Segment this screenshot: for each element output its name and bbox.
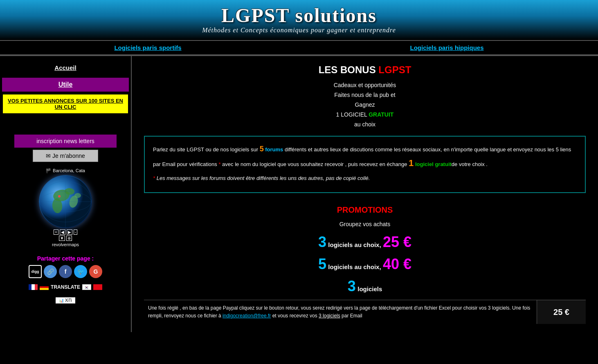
promo-bottom-text: Une fois réglé , en bas de la page Paypa… xyxy=(144,300,537,324)
promo-offer2-text: logiciels au choix, xyxy=(328,263,381,270)
promo-offer2-num: 5 xyxy=(318,256,326,272)
promo-offer1: 3 logiciels au choix, 25 € xyxy=(144,234,586,251)
bonus-title-white: LES BONUS xyxy=(319,64,376,75)
google-icon[interactable]: G xyxy=(89,265,102,278)
promo-offer1-text: logiciels au choix, xyxy=(328,241,381,248)
globe-ctrl-plus[interactable]: + xyxy=(54,229,58,235)
nav-link-sportifs[interactable]: Logiciels paris sportifs xyxy=(114,44,181,51)
social-icons: digg 🔗 f 🐦 G xyxy=(2,265,129,278)
accueil-link-container: Accueil xyxy=(2,60,129,76)
promo-offer1-price: 25 € xyxy=(383,234,411,250)
nav-link-hippiques[interactable]: Logiciels paris hippiques xyxy=(410,44,484,51)
bonus-line5: au choix xyxy=(144,121,586,128)
newsletter-label: inscription news letters xyxy=(14,135,117,148)
bonus-num: 5 xyxy=(260,145,264,153)
digg-icon[interactable]: digg xyxy=(29,265,42,278)
bonus-num2: 1 xyxy=(409,158,414,168)
xiti-badge[interactable]: 📊 XiTi xyxy=(56,297,75,303)
translate-text[interactable]: TRANSLATE xyxy=(51,284,80,290)
globe-ctrl-zoom[interactable]: ⊕ xyxy=(66,236,72,241)
promotions-section: PROMOTIONS Groupez vos achats 3 logiciel… xyxy=(144,205,586,324)
promo-subtitle: Groupez vos achats xyxy=(144,221,586,227)
bonus-box: Parlez du site LGPST ou de nos logiciels… xyxy=(144,136,586,193)
globe-controls[interactable]: + ◀ ▶ - xyxy=(2,229,129,235)
promo-bottom-price: 25 € xyxy=(537,300,586,324)
svg-point-5 xyxy=(74,193,81,198)
flag-kr[interactable]: 🇰🇷 xyxy=(82,284,91,290)
main-content: LES BONUS LGPST Cadeaux et opportunités … xyxy=(132,56,598,332)
globe-widget[interactable] xyxy=(39,175,92,228)
promo-email-link[interactable]: indigocreation@free.fr xyxy=(223,313,271,319)
bonus-p2: * Les messages sur les forums doivent êt… xyxy=(153,174,577,183)
xiti-container: 📊 XiTi xyxy=(2,296,129,303)
promo-offer2: 5 logiciels au choix, 40 € xyxy=(144,256,586,273)
translate-bar: TRANSLATE 🇰🇷 xyxy=(2,284,129,290)
promo-bottom: Une fois réglé , en bas de la page Paypa… xyxy=(144,300,586,324)
revolvermaps-label: revolvermaps xyxy=(2,242,129,247)
annonces-button[interactable]: VOS PETITES ANNONCES SUR 100 SITES EN UN… xyxy=(2,94,129,114)
bonus-gratuit2: logiciel gratuit xyxy=(415,161,452,167)
globe-ctrl-right[interactable]: ▶ xyxy=(67,229,72,235)
globe-ctrl-minus[interactable]: - xyxy=(74,229,77,235)
main-layout: Accueil Utile VOS PETITES ANNONCES SUR 1… xyxy=(0,55,598,332)
globe-ctrl-down[interactable]: ▼ xyxy=(59,236,65,241)
bonus-gratuit-text: GRATUIT xyxy=(369,111,393,118)
flag-de[interactable] xyxy=(40,284,49,290)
site-subtitle: Méthodes et Concepts économiques pour ga… xyxy=(8,27,590,34)
bonus-email-pre: avec le nom du logiciel que vous souhait… xyxy=(220,161,407,167)
utile-button[interactable]: Utile xyxy=(2,78,129,92)
promo-offer3: 3 logiciels xyxy=(144,278,586,295)
promo-offer3-text: logiciels xyxy=(357,285,382,292)
bonus-line1: Cadeaux et opportunités xyxy=(144,82,586,88)
sidebar: Accueil Utile VOS PETITES ANNONCES SUR 1… xyxy=(0,56,132,332)
flag-tr[interactable] xyxy=(93,284,102,290)
flag-fr[interactable] xyxy=(29,284,38,290)
bonus-title-red: LGPST xyxy=(378,64,411,75)
share-section: Partager cette page : digg 🔗 f 🐦 G xyxy=(2,255,129,278)
bonus-p1-end: de votre choix . xyxy=(452,161,488,167)
promo-offer1-num: 3 xyxy=(318,234,326,250)
bonus-line3: Gagnez xyxy=(144,101,586,108)
bonus-logiciel-text: 1 LOGICIEL xyxy=(336,111,367,118)
twitter-icon[interactable]: 🐦 xyxy=(74,265,87,278)
globe-location: Barcelona, Cata xyxy=(53,168,85,173)
promo-offer3-num: 3 xyxy=(348,278,356,294)
share-icon[interactable]: 🔗 xyxy=(44,265,57,278)
bonus-title: LES BONUS LGPST xyxy=(144,64,586,76)
bonus-p1: Parlez du site LGPST ou de nos logiciels… xyxy=(153,143,577,171)
facebook-icon[interactable]: f xyxy=(59,265,72,278)
subscribe-button[interactable]: ✉ Je m'abonne xyxy=(33,150,98,162)
site-title: LGPST solutions xyxy=(8,4,590,27)
promo-title: PROMOTIONS xyxy=(144,205,586,215)
bonus-line4: 1 LOGICIEL GRATUIT xyxy=(144,111,586,118)
globe-container: 🏴 Barcelona, Cata xyxy=(2,168,129,247)
globe-ctrl-left[interactable]: ◀ xyxy=(60,229,65,235)
share-title: Partager cette page : xyxy=(2,255,129,262)
bonus-forums: forums xyxy=(265,146,283,153)
site-header: LGPST solutions Méthodes et Concepts éco… xyxy=(0,0,598,40)
bonus-p2-text: Les messages sur les forums doivent être… xyxy=(155,175,370,181)
bonus-line2: Faites nous de la pub et xyxy=(144,92,586,98)
svg-point-10 xyxy=(58,195,61,198)
navbar: Logiciels paris sportifs Logiciels paris… xyxy=(0,40,598,55)
accueil-link[interactable]: Accueil xyxy=(54,64,76,71)
promo-offer2-price: 40 € xyxy=(383,256,411,272)
bonus-p1-pre: Parlez du site LGPST ou de nos logiciels… xyxy=(153,146,260,153)
globe-svg xyxy=(39,175,92,228)
